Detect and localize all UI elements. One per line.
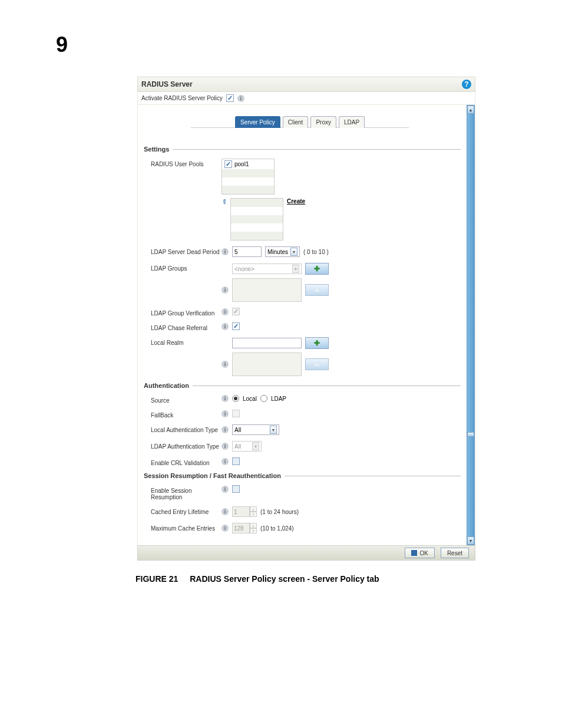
save-icon (411, 550, 417, 556)
session-header: Session Resumption / Fast Reauthenticati… (144, 472, 461, 479)
ldap-groups-add-button[interactable]: ✚ (305, 263, 329, 275)
info-icon[interactable]: i (222, 323, 229, 330)
dead-period-unit-text: Minutes (267, 249, 288, 255)
local-realm-add-button[interactable]: ✚ (305, 337, 329, 349)
tab-server-policy[interactable]: Server Policy (235, 116, 280, 128)
ok-button[interactable]: OK (405, 548, 434, 558)
pool-checkbox[interactable] (224, 160, 232, 168)
chevron-down-icon: ▼ (252, 442, 259, 450)
dead-period-range: ( 0 to 10 ) (303, 249, 329, 255)
figure-number: FIGURE 21 (135, 574, 178, 584)
source-local-radio[interactable] (232, 395, 239, 402)
chevron-down-icon: ▼ (290, 248, 297, 256)
group-verify-checkbox (232, 308, 240, 315)
info-icon[interactable]: i (222, 248, 229, 255)
spinner-up-icon: ▲ (250, 506, 257, 512)
create-link[interactable]: Create (287, 198, 305, 205)
cached-lifetime-spinner: ▲▼ (232, 506, 257, 517)
local-realm-label: Local Realm (151, 337, 222, 346)
auth-header-text: Authentication (144, 382, 189, 389)
tab-bar: Server Policy Client Proxy LDAP (191, 116, 409, 128)
max-cache-range: (10 to 1,024) (260, 525, 294, 532)
activate-policy-checkbox[interactable] (226, 94, 234, 102)
local-auth-type-label: Local Authentication Type (151, 424, 222, 433)
scroll-down-icon[interactable]: ▼ (467, 536, 474, 545)
info-icon[interactable]: i (237, 95, 244, 102)
info-icon[interactable]: i (222, 286, 229, 294)
cached-lifetime-label: Cached Entry Lifetime (151, 506, 222, 515)
tab-proxy[interactable]: Proxy (310, 116, 336, 128)
cached-lifetime-input (232, 506, 250, 517)
ldap-groups-placeholder: <none> (234, 266, 254, 272)
info-icon[interactable]: i (222, 443, 229, 450)
session-header-text: Session Resumption / Fast Reauthenticati… (144, 472, 281, 479)
triangle-up-icon (314, 363, 320, 366)
figure-caption: FIGURE 21 RADIUS Server Policy screen - … (135, 574, 562, 584)
source-label: Source (151, 395, 222, 404)
source-local-text: Local (243, 396, 257, 402)
screenshot-frame: RADIUS Server ? Activate RADIUS Server P… (135, 75, 477, 562)
ok-button-label: OK (419, 550, 428, 556)
enable-session-label: Enable Session Resumption (151, 485, 222, 500)
scroll-up-icon[interactable]: ▲ (467, 106, 474, 114)
local-auth-type-select[interactable]: All▼ (232, 424, 279, 435)
info-icon[interactable]: i (222, 508, 229, 515)
local-realm-input[interactable] (232, 338, 302, 348)
chase-referral-label: LDAP Chase Referral (151, 322, 222, 331)
reset-button[interactable]: Reset (441, 548, 469, 558)
dialog-footer: OK Reset (137, 545, 475, 561)
plus-icon: ✚ (314, 339, 320, 347)
auth-header: Authentication (144, 382, 461, 389)
info-icon[interactable]: i (222, 308, 229, 315)
user-pools-list-2[interactable] (230, 198, 283, 241)
chase-referral-checkbox[interactable] (232, 322, 240, 330)
local-realm-remove-button[interactable] (305, 358, 329, 370)
info-icon[interactable]: i (222, 410, 229, 417)
settings-header: Settings (144, 146, 461, 153)
activate-policy-label: Activate RADIUS Server Policy (141, 95, 223, 101)
pool-item[interactable]: pool1 (222, 159, 274, 169)
spinner-down-icon: ▼ (250, 528, 257, 533)
ldap-auth-type-select: All▼ (232, 441, 262, 452)
reset-button-label: Reset (447, 550, 462, 556)
dead-period-label: LDAP Server Dead Period (151, 246, 222, 255)
fallback-checkbox (232, 410, 240, 417)
window-title: RADIUS Server (141, 80, 193, 88)
dead-period-input[interactable] (232, 246, 262, 257)
info-icon[interactable]: i (222, 361, 229, 368)
user-pools-list[interactable]: pool1 (222, 159, 275, 195)
info-icon[interactable]: i (222, 486, 229, 493)
settings-header-text: Settings (144, 146, 169, 153)
page-number: 9 (56, 32, 562, 57)
info-icon[interactable]: i (222, 395, 229, 402)
activate-policy-row: Activate RADIUS Server Policy i (137, 92, 475, 105)
triangle-up-icon (314, 288, 320, 292)
local-realm-listbox[interactable] (232, 353, 302, 376)
spinner-up-icon: ▲ (250, 523, 257, 528)
ldap-groups-remove-button[interactable] (305, 284, 329, 296)
info-icon[interactable]: i (222, 426, 229, 433)
tab-ldap[interactable]: LDAP (339, 116, 365, 128)
ldap-groups-listbox[interactable] (232, 278, 302, 302)
enable-session-checkbox[interactable] (232, 485, 240, 493)
tab-client[interactable]: Client (283, 116, 309, 128)
info-icon[interactable]: i (222, 458, 229, 465)
edit-icon[interactable]: ✎ (220, 197, 229, 207)
chevron-down-icon: ▼ (292, 265, 299, 273)
scrollbar-thumb[interactable] (467, 432, 474, 437)
help-icon[interactable]: ? (462, 80, 471, 89)
figure-text: RADIUS Server Policy screen - Server Pol… (190, 574, 379, 584)
fallback-label: FallBack (151, 410, 222, 419)
crl-checkbox[interactable] (232, 457, 240, 465)
ldap-groups-select[interactable]: <none>▼ (232, 263, 302, 274)
crl-label: Enable CRL Validation (151, 457, 222, 466)
dead-period-unit-select[interactable]: Minutes▼ (265, 246, 300, 257)
max-cache-input (232, 523, 250, 533)
radius-user-pools-label: RADIUS User Pools (151, 159, 222, 167)
scrollbar[interactable]: ▲ ▼ (467, 105, 475, 545)
source-ldap-radio[interactable] (260, 395, 267, 402)
cached-lifetime-range: (1 to 24 hours) (260, 509, 299, 515)
max-cache-spinner: ▲▼ (232, 523, 257, 533)
pool-item-label: pool1 (234, 161, 249, 167)
info-icon[interactable]: i (222, 525, 229, 532)
